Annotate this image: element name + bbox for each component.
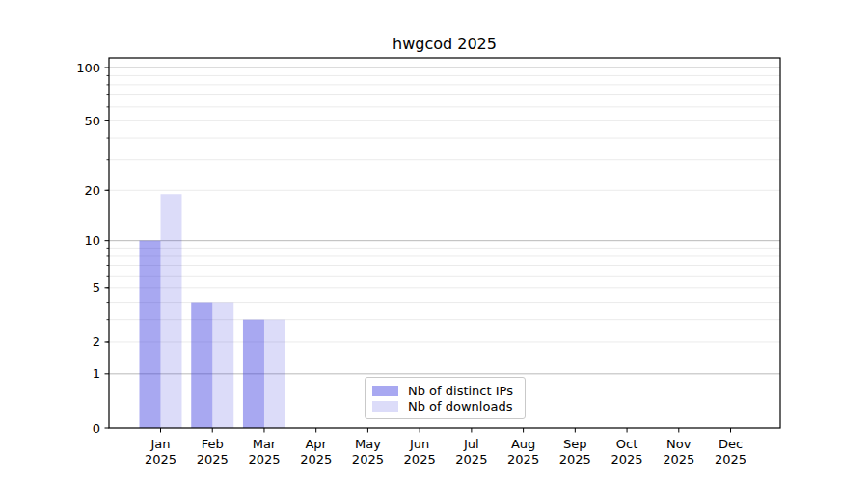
chart-title: hwgcod 2025	[109, 35, 780, 54]
x-tick-label-year: 2025	[715, 452, 746, 467]
x-tick-label-month: Aug	[511, 437, 535, 451]
x-tick-label-month: May	[355, 437, 381, 451]
x-tick-label-year: 2025	[507, 452, 539, 467]
x-tick-label-year: 2025	[145, 452, 176, 467]
y-tick-label: 50	[84, 114, 100, 128]
x-tick-label-year: 2025	[455, 452, 487, 467]
y-tick-label: 10	[84, 233, 100, 248]
chart-figure: 0125102050100Jan2025Feb2025Mar2025Apr202…	[0, 0, 868, 482]
x-tick-label-month: Mar	[253, 437, 277, 451]
x-tick-label-year: 2025	[663, 452, 694, 467]
legend-item-distinct-ips: Nb of distinct IPs	[372, 383, 525, 398]
bar-mar-s1	[264, 320, 285, 428]
y-tick-label: 100	[76, 61, 100, 75]
x-tick-label-year: 2025	[559, 452, 591, 467]
y-tick-label: 0	[93, 421, 100, 436]
x-tick-label-month: Apr	[305, 437, 327, 451]
legend-swatch-downloads	[372, 401, 398, 412]
x-tick-label-month: Jan	[149, 437, 170, 451]
y-tick-label: 20	[84, 183, 100, 198]
x-tick-label-month: Sep	[563, 437, 587, 451]
legend-swatch-distinct-ips	[372, 386, 398, 396]
x-tick-label-year: 2025	[404, 452, 436, 467]
x-tick-label-year: 2025	[352, 452, 384, 467]
x-tick-label-month: Feb	[202, 437, 224, 451]
legend-label-downloads: Nb of downloads	[408, 399, 512, 414]
x-tick-label-month: Nov	[666, 437, 692, 451]
x-tick-label-year: 2025	[248, 452, 280, 467]
x-tick-label-month: Dec	[719, 437, 743, 451]
y-tick-label: 5	[93, 281, 100, 295]
legend-label-distinct-ips: Nb of distinct IPs	[408, 384, 513, 398]
x-tick-label-month: Jun	[409, 437, 429, 451]
bar-jan-s0	[140, 241, 161, 428]
bar-jan-s1	[161, 194, 182, 428]
bar-mar-s0	[243, 320, 264, 428]
x-tick-label-year: 2025	[197, 452, 229, 467]
legend-item-downloads: Nb of downloads	[372, 398, 525, 414]
y-tick-label: 1	[93, 366, 100, 381]
legend: Nb of distinct IPs Nb of downloads	[365, 377, 526, 419]
x-tick-label-month: Oct	[616, 437, 637, 451]
y-tick-label: 2	[93, 335, 100, 349]
x-tick-label-month: Jul	[463, 437, 479, 451]
bar-feb-s0	[191, 303, 212, 428]
x-tick-label-year: 2025	[611, 452, 643, 467]
bar-feb-s1	[212, 303, 233, 428]
x-tick-label-year: 2025	[300, 452, 332, 467]
